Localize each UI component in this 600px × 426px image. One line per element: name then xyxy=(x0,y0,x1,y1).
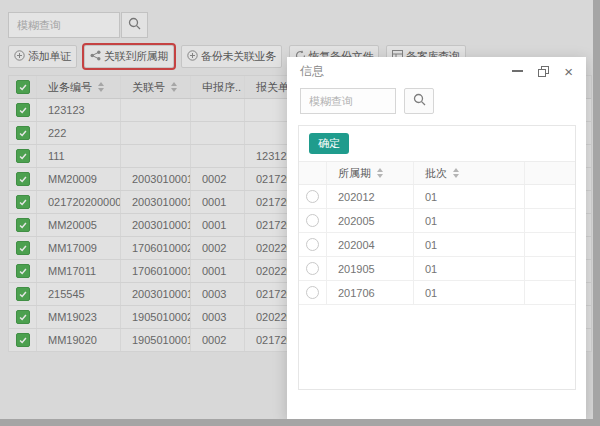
cell-batch: 01 xyxy=(414,185,525,208)
modal-table-row[interactable]: 202005 01 xyxy=(299,209,575,233)
modal-table-body: 202012 01 202005 01 202004 01 201905 01 … xyxy=(299,185,575,305)
row-radio[interactable] xyxy=(306,190,319,203)
column-header-period[interactable]: 所属期 xyxy=(327,162,414,184)
modal-table-row[interactable]: 202004 01 xyxy=(299,233,575,257)
restore-icon[interactable] xyxy=(538,66,549,77)
modal-table-header: 所属期 批次 xyxy=(299,161,575,185)
cell-period: 202005 xyxy=(327,209,414,232)
confirm-button[interactable]: 确定 xyxy=(309,133,349,154)
minimize-icon[interactable] xyxy=(512,70,523,72)
sort-icon[interactable] xyxy=(453,168,459,178)
modal-search-row xyxy=(300,88,434,114)
row-radio[interactable] xyxy=(306,286,319,299)
radio-column-header xyxy=(299,162,327,184)
cell-batch: 01 xyxy=(414,257,525,280)
cell-period: 202012 xyxy=(327,185,414,208)
cell-period: 202004 xyxy=(327,233,414,256)
modal-content-box: 确定 所属期 批次 202012 01 202005 xyxy=(298,125,576,390)
right-edge-strip xyxy=(593,0,600,426)
row-radio[interactable] xyxy=(306,238,319,251)
modal-table-row[interactable]: 201706 01 xyxy=(299,281,575,305)
modal-table-row[interactable]: 201905 01 xyxy=(299,257,575,281)
info-modal: 信息 × 确定 所属期 xyxy=(287,57,586,419)
modal-search-button[interactable] xyxy=(404,88,434,114)
cell-period: 201905 xyxy=(327,257,414,280)
cell-batch: 01 xyxy=(414,209,525,232)
row-radio[interactable] xyxy=(306,262,319,275)
modal-title: 信息 xyxy=(300,63,324,80)
cell-spacer xyxy=(525,185,575,208)
modal-table-row[interactable]: 202012 01 xyxy=(299,185,575,209)
window-controls: × xyxy=(512,66,573,77)
column-header-batch[interactable]: 批次 xyxy=(414,162,525,184)
cell-batch: 01 xyxy=(414,233,525,256)
row-radio[interactable] xyxy=(306,214,319,227)
cell-spacer xyxy=(525,281,575,304)
cell-spacer xyxy=(525,233,575,256)
search-icon xyxy=(413,93,426,109)
modal-search-input[interactable] xyxy=(300,88,396,114)
column-header-spacer xyxy=(525,162,575,184)
close-icon[interactable]: × xyxy=(564,66,573,77)
cell-spacer xyxy=(525,209,575,232)
cell-batch: 01 xyxy=(414,281,525,304)
cell-spacer xyxy=(525,257,575,280)
cell-period: 201706 xyxy=(327,281,414,304)
bottom-edge-strip xyxy=(0,419,600,426)
modal-header: 信息 × xyxy=(287,57,586,85)
sort-icon[interactable] xyxy=(377,168,383,178)
screen: 添加单证 关联到所属期 备份未关联业务 恢复备份文件 xyxy=(0,0,600,426)
